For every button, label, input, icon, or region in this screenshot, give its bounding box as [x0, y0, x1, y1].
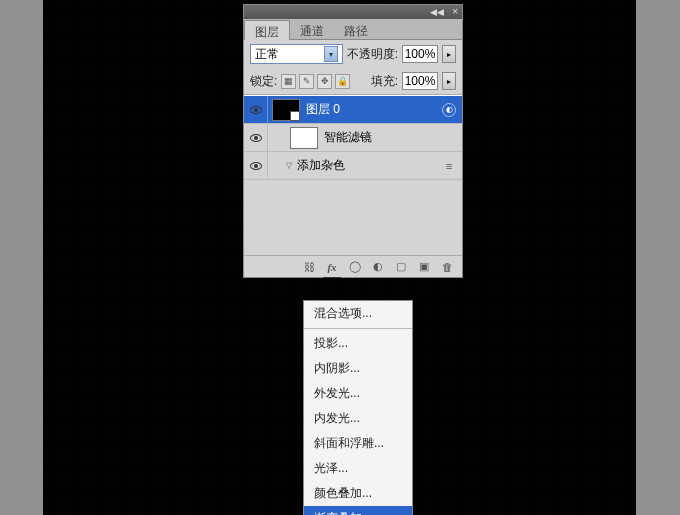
- layer-row-smartfilters[interactable]: 智能滤镜: [244, 124, 462, 152]
- collapse-icon[interactable]: ◀◀: [430, 7, 444, 17]
- tab-paths[interactable]: 路径: [334, 20, 378, 40]
- layer-style-menu: 混合选项... 投影... 内阴影... 外发光... 内发光... 斜面和浮雕…: [303, 300, 413, 515]
- opacity-value[interactable]: 100%: [402, 45, 438, 63]
- tab-layers[interactable]: 图层: [244, 20, 290, 40]
- new-layer-icon[interactable]: ▣: [413, 259, 435, 275]
- menu-color-overlay[interactable]: 颜色叠加...: [304, 481, 412, 506]
- layer-mask-icon[interactable]: ◯: [344, 259, 366, 275]
- lock-icons: ▦ ✎ ✥ 🔒: [281, 74, 350, 89]
- layer-row-0[interactable]: 图层 0 ◐: [244, 96, 462, 124]
- lock-all-icon[interactable]: 🔒: [335, 74, 350, 89]
- close-icon[interactable]: ×: [452, 6, 458, 17]
- menu-satin[interactable]: 光泽...: [304, 456, 412, 481]
- layer-list: 图层 0 ◐ 智能滤镜 ▽ 添加杂色 ≡: [244, 95, 462, 255]
- menu-bevel-emboss[interactable]: 斜面和浮雕...: [304, 431, 412, 456]
- group-icon[interactable]: ▢: [390, 259, 412, 275]
- delete-layer-icon[interactable]: 🗑: [436, 259, 458, 275]
- eye-icon[interactable]: [250, 162, 262, 170]
- opacity-label: 不透明度:: [347, 46, 398, 63]
- chevron-down-icon: ▾: [324, 46, 338, 62]
- adjustment-layer-icon[interactable]: ◐: [367, 259, 389, 275]
- link-layers-icon[interactable]: ⛓: [298, 259, 320, 275]
- eye-icon[interactable]: [250, 106, 262, 114]
- menu-outer-glow[interactable]: 外发光...: [304, 381, 412, 406]
- tab-channels[interactable]: 通道: [290, 20, 334, 40]
- triangle-icon: ▽: [286, 161, 292, 170]
- blend-mode-value: 正常: [255, 46, 279, 63]
- menu-separator: [304, 328, 412, 329]
- layer-thumbnail[interactable]: [272, 99, 300, 121]
- lock-label: 锁定:: [250, 73, 277, 90]
- menu-gradient-overlay[interactable]: 渐变叠加...: [304, 506, 412, 515]
- fill-label: 填充:: [371, 73, 398, 90]
- lock-pixels-icon[interactable]: ✎: [299, 74, 314, 89]
- menu-drop-shadow[interactable]: 投影...: [304, 331, 412, 356]
- panel-tabs: 图层 通道 路径: [244, 19, 462, 40]
- opacity-flyout-icon[interactable]: ▸: [442, 45, 456, 63]
- filter-mask-thumbnail[interactable]: [290, 127, 318, 149]
- menu-inner-shadow[interactable]: 内阴影...: [304, 356, 412, 381]
- filter-name: 添加杂色: [295, 157, 440, 174]
- smart-object-icon: ◐: [442, 103, 456, 117]
- layers-panel: ◀◀ × 图层 通道 路径 正常 ▾ 不透明度: 100% ▸ 锁定: ▦ ✎ …: [243, 4, 463, 278]
- panel-header[interactable]: ◀◀ ×: [244, 5, 462, 19]
- lock-transparency-icon[interactable]: ▦: [281, 74, 296, 89]
- layer-style-icon[interactable]: fx: [321, 259, 343, 275]
- fill-flyout-icon[interactable]: ▸: [442, 72, 456, 90]
- layer-name: 图层 0: [304, 101, 442, 118]
- filter-edit-icon[interactable]: ≡: [440, 160, 458, 172]
- blend-row: 正常 ▾ 不透明度: 100% ▸: [244, 40, 462, 68]
- fill-value[interactable]: 100%: [402, 72, 438, 90]
- panel-footer: ⛓ fx ◯ ◐ ▢ ▣ 🗑: [244, 255, 462, 277]
- lock-position-icon[interactable]: ✥: [317, 74, 332, 89]
- layer-row-filter[interactable]: ▽ 添加杂色 ≡: [244, 152, 462, 180]
- blend-mode-select[interactable]: 正常 ▾: [250, 44, 343, 64]
- lock-row: 锁定: ▦ ✎ ✥ 🔒 填充: 100% ▸: [244, 68, 462, 95]
- smart-filters-label: 智能滤镜: [322, 129, 462, 146]
- eye-icon[interactable]: [250, 134, 262, 142]
- menu-inner-glow[interactable]: 内发光...: [304, 406, 412, 431]
- menu-blending-options[interactable]: 混合选项...: [304, 301, 412, 326]
